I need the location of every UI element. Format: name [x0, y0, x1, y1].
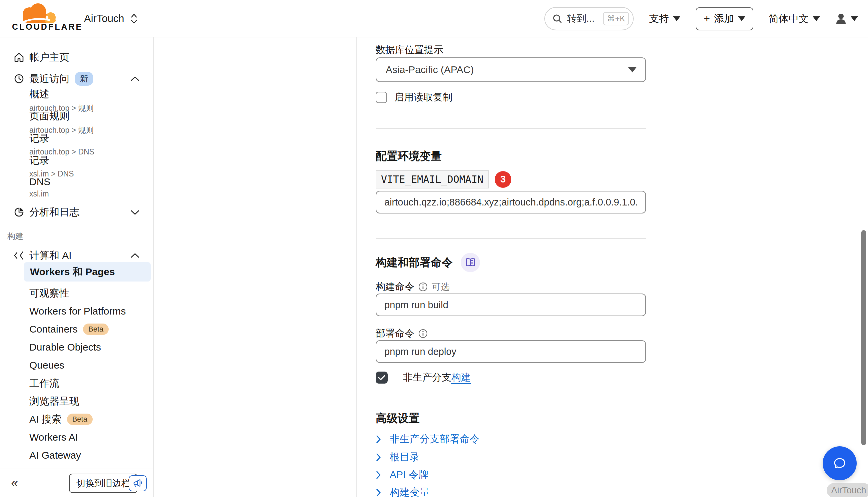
header-actions: 转到... ⌘+K 支持 + 添加 简体中文	[544, 0, 858, 37]
cloudflare-logo[interactable]: CLOUDFLARE	[12, 3, 62, 32]
clock-icon	[13, 73, 25, 84]
chevron-down-icon[interactable]	[130, 209, 140, 215]
sidebar-group-label: 分析和日志	[29, 205, 79, 219]
chat-button[interactable]	[823, 446, 857, 480]
sidebar-group-recent[interactable]: 最近访问 新	[0, 71, 154, 87]
recent-item[interactable]: 记录 airtouch.top > DNS	[29, 132, 94, 156]
sidebar-item-account-home[interactable]: 帐户主页	[0, 49, 154, 66]
sidebar-group-label: 计算和 AI	[29, 249, 72, 262]
env-var-name: VITE_EMAIL_DOMAIN	[376, 170, 489, 188]
sidebar-item-ai-search[interactable]: AI 搜索 Beta	[29, 410, 93, 428]
info-icon[interactable]	[418, 329, 428, 338]
add-button[interactable]: + 添加	[696, 7, 753, 30]
sidebar-item-label: AI Gateway	[29, 450, 81, 461]
sidebar-item-label: 浏览器呈现	[29, 395, 79, 408]
chevron-up-icon[interactable]	[130, 76, 140, 82]
sidebar-item-label: 可观察性	[29, 286, 69, 300]
user-menu[interactable]	[835, 13, 858, 25]
db-location-value: Asia-Pacific (APAC)	[386, 64, 474, 75]
db-location-select[interactable]: Asia-Pacific (APAC)	[376, 57, 646, 82]
advanced-link-root-dir[interactable]: 根目录	[376, 450, 420, 464]
non-prod-build-checkbox[interactable]	[376, 372, 388, 384]
section-divider	[376, 238, 646, 239]
megaphone-icon	[133, 479, 143, 488]
chat-bubble-icon	[832, 455, 848, 471]
sidebar-footer: « 切换到旧边栏	[0, 469, 153, 497]
recent-item[interactable]: 记录 xsl.im > DNS	[29, 154, 74, 179]
deploy-command-input[interactable]	[376, 340, 646, 363]
sidebar-group-label: 最近访问	[29, 72, 69, 86]
sidebar-item-containers[interactable]: Containers Beta	[29, 320, 109, 338]
optional-label: 可选	[432, 281, 450, 293]
sidebar-item-workers-pages[interactable]: Workers 和 Pages	[24, 262, 151, 282]
vertical-scrollbar[interactable]	[861, 230, 866, 445]
global-search[interactable]: 转到... ⌘+K	[544, 7, 634, 30]
chevron-right-icon	[376, 435, 381, 444]
docs-icon-button[interactable]	[461, 253, 480, 272]
settings-content: 数据库位置提示 Asia-Pacific (APAC) 启用读取复制 配置环境变…	[376, 37, 646, 497]
sidebar-section-label: 构建	[8, 231, 23, 241]
book-icon	[465, 257, 476, 268]
env-vars-heading: 配置环境变量	[376, 149, 442, 164]
add-label: 添加	[714, 12, 734, 26]
language-label: 简体中文	[769, 12, 809, 26]
announcements-button[interactable]	[129, 475, 147, 491]
collapse-sidebar-icon[interactable]: «	[11, 476, 16, 490]
build-deploy-heading: 构建和部署命令	[376, 253, 480, 272]
advanced-link-build-vars[interactable]: 构建变量	[376, 486, 430, 497]
keyboard-shortcut: ⌘+K	[603, 12, 629, 25]
sidebar-item-label: Workers AI	[29, 431, 78, 443]
sidebar-item-browser-rendering[interactable]: 浏览器呈现	[29, 392, 79, 410]
recent-item-title: DNS	[29, 176, 50, 187]
cloudflare-cloud-icon	[12, 3, 62, 24]
account-switcher[interactable]: AirTouch	[84, 0, 138, 37]
sidebar: 帐户主页 最近访问 新 概述 airtouch.top > 规则 页面规则 ai…	[0, 37, 154, 497]
support-menu[interactable]: 支持	[649, 12, 680, 26]
sidebar-item-observability[interactable]: 可观察性	[29, 284, 69, 302]
non-prod-build-row[interactable]: 非生产分支构建	[376, 371, 471, 384]
non-prod-label: 非生产分支	[403, 372, 451, 383]
read-replica-row[interactable]: 启用读取复制	[376, 91, 452, 104]
read-replica-label: 启用读取复制	[394, 91, 452, 104]
recent-item[interactable]: DNS xsl.im	[29, 176, 50, 198]
sidebar-item-queues[interactable]: Queues	[29, 356, 64, 374]
sidebar-group-analytics[interactable]: 分析和日志	[0, 204, 154, 220]
sidebar-item-label: AI 搜索	[29, 413, 62, 426]
new-badge: 新	[75, 72, 93, 86]
env-var-value-input[interactable]	[376, 191, 646, 213]
search-placeholder: 转到...	[567, 12, 598, 25]
recent-item-title: 记录	[29, 154, 74, 168]
account-name: AirTouch	[84, 13, 124, 25]
toggle-old-sidebar-button[interactable]: 切换到旧边栏	[69, 474, 138, 493]
read-replica-checkbox[interactable]	[376, 92, 387, 103]
sidebar-group-compute-ai[interactable]: 计算和 AI	[0, 247, 154, 264]
sidebar-item-workers-for-platforms[interactable]: Workers for Platforms	[29, 302, 126, 320]
top-header: CLOUDFLARE AirTouch 转到... ⌘+K 支持	[0, 0, 868, 37]
recent-item-subtitle: xsl.im	[29, 189, 50, 198]
sidebar-item-workers-ai[interactable]: Workers AI	[29, 428, 78, 446]
build-command-label: 构建命令 可选	[376, 280, 450, 294]
caret-down-icon	[673, 16, 680, 21]
language-menu[interactable]: 简体中文	[769, 12, 820, 26]
sidebar-item-durable-objects[interactable]: Durable Objects	[29, 338, 101, 356]
chevron-up-icon[interactable]	[130, 253, 140, 258]
advanced-link-api-token[interactable]: API 令牌	[376, 468, 429, 482]
sidebar-item-label: Containers	[29, 324, 78, 335]
search-icon	[552, 14, 562, 24]
env-count-badge: 3	[495, 171, 511, 188]
sidebar-item-label: Queues	[29, 359, 64, 371]
home-icon	[13, 52, 25, 63]
support-label: 支持	[649, 12, 669, 26]
sidebar-item-ai-gateway[interactable]: AI Gateway	[29, 446, 81, 464]
advanced-link-non-prod-deploy[interactable]: 非生产分支部署命令	[376, 432, 480, 446]
caret-down-icon	[738, 16, 745, 21]
pie-chart-icon	[13, 207, 25, 217]
build-link[interactable]: 构建	[451, 372, 471, 383]
build-command-input[interactable]	[376, 294, 646, 316]
env-var-row: VITE_EMAIL_DOMAIN 3	[376, 170, 511, 188]
sidebar-item-workflows[interactable]: 工作流	[29, 374, 59, 392]
info-icon[interactable]	[418, 282, 428, 292]
deploy-command-label: 部署命令	[376, 327, 428, 340]
sidebar-item-label: 帐户主页	[29, 51, 69, 65]
select-caret-icon	[628, 67, 637, 72]
